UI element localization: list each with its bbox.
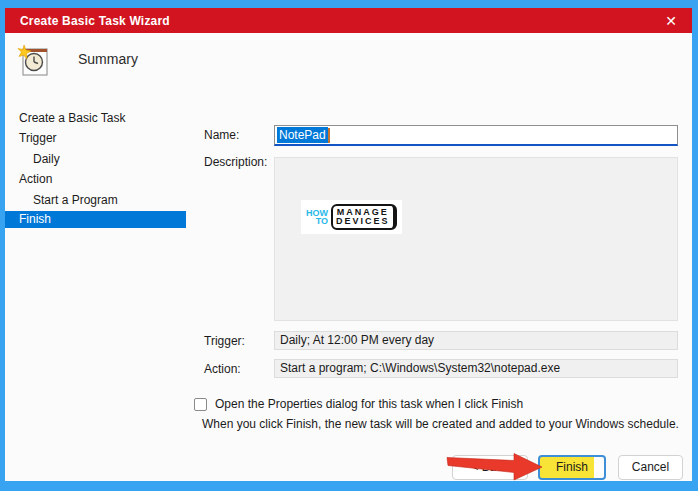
open-properties-checkbox-label: Open the Properties dialog for this task…	[215, 397, 523, 411]
open-properties-checkbox[interactable]	[194, 398, 207, 411]
watermark-manage-devices-text: MANAGE DEVICES	[331, 204, 397, 230]
task-scheduler-icon	[17, 44, 51, 78]
howtomanagedevices-watermark-logo: HOW TO MANAGE DEVICES	[301, 200, 402, 234]
action-value-box[interactable]: Start a program; C:\Windows\System32\not…	[274, 359, 678, 378]
watermark-howto-text: HOW TO	[306, 209, 328, 225]
back-button[interactable]: < Back	[452, 455, 528, 480]
close-icon[interactable]: ✕	[654, 8, 688, 33]
name-input-selected-text: NotePad	[277, 127, 328, 143]
action-label: Action:	[204, 362, 241, 376]
description-label: Description:	[204, 155, 267, 169]
text-caret	[328, 128, 330, 143]
window-title: Create Basic Task Wizard	[20, 14, 170, 28]
wizard-step-finish-current: Finish	[5, 211, 186, 228]
name-input[interactable]: NotePad	[274, 125, 678, 146]
description-textarea[interactable]: HOW TO MANAGE DEVICES	[274, 157, 678, 321]
create-basic-task-wizard-dialog: Create Basic Task Wizard ✕ Summary Creat…	[5, 8, 692, 481]
wizard-step-daily: Daily	[5, 150, 186, 168]
trigger-label: Trigger:	[204, 334, 245, 348]
screenshot-background: Create Basic Task Wizard ✕ Summary Creat…	[0, 0, 698, 491]
wizard-step-create-basic-task: Create a Basic Task	[5, 109, 186, 127]
watermark-to: TO	[306, 217, 328, 225]
watermark-devices: DEVICES	[336, 217, 390, 226]
cancel-button[interactable]: Cancel	[618, 455, 683, 480]
wizard-step-start-a-program: Start a Program	[5, 191, 186, 209]
finish-note-text: When you click Finish, the new task will…	[202, 417, 679, 431]
wizard-step-trigger: Trigger	[5, 129, 186, 147]
trigger-value-box[interactable]: Daily; At 12:00 PM every day	[274, 331, 678, 350]
page-title: Summary	[78, 51, 138, 67]
name-label: Name:	[204, 128, 239, 142]
finish-button[interactable]: Finish	[538, 455, 606, 480]
wizard-step-action: Action	[5, 170, 186, 188]
title-bar: Create Basic Task Wizard ✕	[5, 8, 692, 33]
